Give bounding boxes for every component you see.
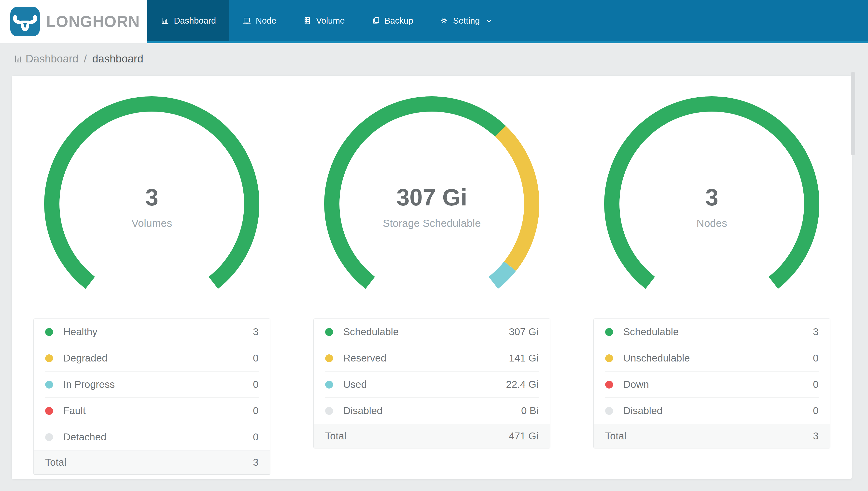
unschedulable-dot (605, 354, 613, 362)
total-label: Total (605, 430, 813, 442)
legend-value: 141 Gi (509, 352, 539, 364)
legend-label: Schedulable (623, 326, 813, 338)
nav-tab-dashboard[interactable]: Dashboard (147, 0, 229, 41)
volumes-gauge-svg (39, 91, 265, 317)
legend-row-used: Used 22.4 Gi (314, 372, 550, 397)
legend-row-unschedulable: Unschedulable 0 (594, 345, 830, 371)
legend-label: Degraded (63, 352, 253, 364)
healthy-dot (45, 328, 53, 336)
total-value: 3 (253, 457, 259, 468)
volumes-legend-card: Healthy 3 Degraded 0 In Progress 0 Fault… (33, 318, 271, 475)
legend-label: Detached (63, 431, 253, 443)
nav-tab-label: Node (256, 16, 276, 26)
nav-tab-label: Volume (316, 16, 345, 26)
used-dot (325, 381, 333, 388)
legend-row-schedulable: Schedulable 307 Gi (314, 319, 550, 345)
legend-label: Schedulable (343, 326, 509, 338)
legend-value: 3 (813, 326, 818, 338)
bar-chart-icon (161, 16, 169, 25)
gauge-segment-reserved (500, 131, 532, 266)
gauge-segment-schedulable (612, 104, 812, 283)
nodes-gauge-svg (599, 91, 825, 317)
legend-row-reserved: Reserved 141 Gi (314, 345, 550, 371)
volumes-gauge-chart[interactable]: 3 Volumes (39, 91, 265, 317)
total-value: 3 (813, 430, 818, 442)
nav-tab-label: Dashboard (174, 16, 216, 26)
legend-value: 0 (813, 405, 818, 416)
legend-row-degraded: Degraded 0 (34, 345, 270, 371)
legend-label: Disabled (343, 405, 521, 416)
legend-label: Disabled (623, 405, 813, 416)
app-header: LONGHORN Dashboard Node (0, 0, 868, 43)
nav-tab-label: Setting (453, 16, 480, 26)
total-value: 471 Gi (509, 430, 539, 442)
node-icon (242, 16, 251, 25)
nav-tab-backup[interactable]: Backup (358, 0, 427, 41)
nav-tab-node[interactable]: Node (229, 0, 289, 41)
nodes-legend-card: Schedulable 3 Unschedulable 0 Down 0 Dis… (593, 318, 830, 449)
legend-row-disabled: Disabled 0 Bi (314, 398, 550, 424)
legend-value: 3 (253, 326, 259, 338)
legend-label: Down (623, 379, 813, 390)
legend-label: Reserved (343, 352, 509, 364)
brand-home-link[interactable]: LONGHORN (0, 0, 147, 43)
legend-label: Fault (63, 405, 253, 416)
total-label: Total (325, 430, 509, 442)
main-nav: Dashboard Node Volume (147, 0, 868, 43)
legend-row-in-progress: In Progress 0 (34, 372, 270, 397)
nav-tab-setting[interactable]: Setting (426, 0, 507, 41)
legend-row-healthy: Healthy 3 (34, 319, 270, 345)
fault-dot (45, 407, 53, 415)
dashboard-panel: 3 Volumes Healthy 3 Degraded 0 In Progre… (12, 76, 852, 479)
detached-dot (45, 433, 53, 441)
legend-label: Healthy (63, 326, 253, 338)
legend-label: In Progress (63, 379, 253, 390)
legend-row-fault: Fault 0 (34, 398, 270, 424)
nodes-gauge-chart[interactable]: 3 Nodes (599, 91, 825, 317)
in-progress-dot (45, 381, 53, 388)
breadcrumb-section: Dashboard (26, 53, 79, 65)
nodes-column: 3 Nodes Schedulable 3 Unschedulable 0 Do… (572, 76, 852, 479)
legend-value: 0 (253, 431, 259, 443)
reserved-dot (325, 354, 333, 362)
disabled-dot (605, 407, 613, 415)
bar-chart-icon (14, 54, 24, 64)
breadcrumb-dashboard-link[interactable]: Dashboard (14, 53, 79, 65)
nodes-total-row: Total 3 (594, 424, 830, 448)
degraded-dot (45, 354, 53, 362)
longhorn-logo-icon (10, 6, 40, 37)
storage-total-row: Total 471 Gi (314, 424, 550, 448)
legend-value: 0 (813, 352, 818, 364)
storage-legend-card: Schedulable 307 Gi Reserved 141 Gi Used … (313, 318, 551, 449)
volume-icon (303, 16, 312, 25)
legend-value: 22.4 Gi (506, 379, 538, 390)
backup-icon (371, 16, 380, 25)
gear-icon (440, 16, 448, 25)
down-dot (605, 381, 613, 388)
legend-value: 0 (253, 352, 259, 364)
legend-row-disabled: Disabled 0 (594, 398, 830, 424)
schedulable-dot (605, 328, 613, 336)
nav-tab-label: Backup (384, 16, 413, 26)
legend-row-down: Down 0 (594, 372, 830, 397)
legend-value: 307 Gi (509, 326, 539, 338)
legend-value: 0 (253, 405, 259, 416)
storage-gauge-chart[interactable]: 307 Gi Storage Schedulable (319, 91, 545, 317)
legend-row-detached: Detached 0 (34, 424, 270, 450)
volumes-column: 3 Volumes Healthy 3 Degraded 0 In Progre… (12, 76, 292, 479)
breadcrumb-current-page: dashboard (92, 53, 144, 65)
legend-label: Unschedulable (623, 352, 813, 364)
legend-label: Used (343, 379, 506, 390)
nav-tab-volume[interactable]: Volume (289, 0, 358, 41)
gauge-segment-healthy (52, 104, 252, 283)
breadcrumb-separator: / (84, 53, 87, 65)
schedulable-dot (325, 328, 333, 336)
vertical-scrollbar-thumb[interactable] (851, 72, 855, 155)
gauge-segment-schedulable (332, 104, 500, 283)
gauge-segment-used (493, 266, 510, 283)
volumes-total-row: Total 3 (34, 450, 270, 474)
breadcrumb: Dashboard / dashboard (0, 43, 868, 65)
legend-value: 0 (253, 379, 259, 390)
legend-row-schedulable: Schedulable 3 (594, 319, 830, 345)
storage-column: 307 Gi Storage Schedulable Schedulable 3… (292, 76, 572, 479)
